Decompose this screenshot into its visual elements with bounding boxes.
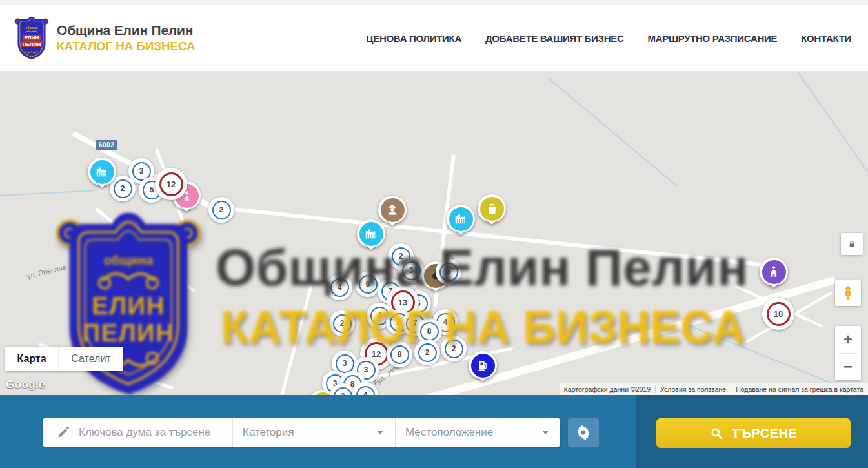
svg-text:ЕЛИН: ЕЛИН [92,292,165,320]
search-bar: Категория Местоположение ТЪРСЕНЕ [0,395,868,468]
category-dropdown-label: Категория [243,426,294,439]
cluster-marker[interactable]: 12 [155,168,187,200]
category-dropdown[interactable]: Категория [232,418,395,447]
nav-item-contacts[interactable]: КОНТАКТИ [801,33,851,44]
cluster-count: 12 [372,349,381,359]
cluster-count: 8 [427,327,432,336]
gear-icon [576,425,591,440]
stream [792,72,867,172]
site-header: община ЕЛИН ПЕЛИН Община Елин Пелин КАТА… [0,5,868,72]
google-logo[interactable]: Google [6,378,45,391]
location-dropdown-label: Местоположение [405,426,493,439]
chevron-down-icon [542,431,549,434]
main-nav: ЦЕНОВА ПОЛИТИКА ДОБАВЕТЕ ВАШИЯТ БИЗНЕС М… [367,33,851,44]
cluster-count: 13 [398,298,407,307]
nav-item-pricing[interactable]: ЦЕНОВА ПОЛИТИКА [367,33,461,44]
attribution-copyright: Картографски данни ©2019 [560,385,655,393]
logo-title: Община Елин Пелин [57,23,196,38]
keyword-search-input[interactable] [79,426,221,439]
page: община ЕЛИН ПЕЛИН Община Елин Пелин КАТА… [0,0,868,468]
svg-text:ЕЛИН: ЕЛИН [25,35,39,41]
pencil-icon [57,426,70,439]
search-button-label: ТЪРСЕНЕ [732,426,798,441]
map-canvas[interactable]: 3251222356475134227482212833383425106002… [0,72,868,395]
cluster-count: 8 [398,350,402,359]
svg-text:община: община [104,253,154,267]
cluster-marker[interactable]: 2 [441,336,467,361]
cluster-marker[interactable]: 5 [436,259,461,285]
cluster-count: 5 [150,185,154,194]
cluster-marker[interactable]: 2 [414,340,440,365]
street-label: ул. Преслав [26,263,67,280]
cluster-marker[interactable]: 4 [327,274,352,300]
cluster-count: 2 [397,318,401,327]
cluster-count: 4 [378,311,382,320]
zoom-in-button[interactable]: + [835,326,861,353]
cluster-count: 3 [343,359,347,368]
nav-item-add-business[interactable]: ДОБАВЕТЕ ВАШИЯТ БИЗНЕС [485,33,623,44]
cluster-count: 2 [219,205,224,214]
site-logo[interactable]: община ЕЛИН ПЕЛИН Община Елин Пелин КАТА… [14,16,196,61]
lock-icon [847,239,857,249]
top-strip [0,0,868,5]
cluster-marker[interactable]: 6 [355,271,381,297]
cluster-count: 2 [121,184,125,193]
fuel-category-pin[interactable] [469,351,497,380]
map-type-map-button[interactable]: Карта [5,347,58,371]
cluster-count: 5 [447,267,451,276]
attribution-report-error-link[interactable]: Подаване на сигнал за грешка в картата [731,385,868,393]
map-type-control: Карта Сателит [5,347,123,371]
map-type-satellite-button[interactable]: Сателит [58,347,123,371]
cluster-count: 4 [363,391,368,395]
cluster-marker[interactable]: 3 [398,258,424,283]
nav-item-transport-schedule[interactable]: МАРШРУТНО РАЗПИСАНИЕ [647,33,777,44]
advanced-search-button[interactable] [568,418,599,447]
factory-category-pin[interactable] [447,205,475,233]
worker-category-pin[interactable] [378,196,407,224]
map-attribution: Картографски данни ©2019 Условия за полз… [560,383,868,395]
zoom-out-button[interactable]: − [835,354,861,381]
cluster-count: 3 [139,167,144,176]
cluster-count: 10 [774,309,783,319]
road-number-badge: 6002 [96,140,117,150]
factory-category-pin[interactable] [357,219,385,248]
cluster-count: 3 [364,365,368,374]
street-view-pegman-button[interactable] [835,280,861,306]
stream [0,190,97,197]
svg-text:ПЕЛИН: ПЕЛИН [83,319,175,347]
cluster-count: 3 [409,266,414,275]
chevron-down-icon [377,431,383,434]
location-dropdown[interactable]: Местоположение [395,418,560,447]
logo-subtitle: КАТАЛОГ НА БИЗНЕСА [57,39,196,54]
svg-text:община: община [25,26,38,30]
municipality-crest-icon: община ЕЛИН ПЕЛИН [14,16,49,61]
search-button[interactable]: ТЪРСЕНЕ [656,418,851,448]
cluster-count: 2 [340,319,345,328]
bag-category-pin[interactable] [478,194,506,223]
cluster-marker[interactable]: 8 [387,341,412,367]
cluster-marker[interactable]: 2 [329,310,355,336]
zoom-control: + − [835,326,861,380]
logo-text: Община Елин Пелин КАТАЛОГ НА БИЗНЕСА [57,23,196,54]
pegman-icon [840,285,856,301]
cluster-marker[interactable]: 10 [762,298,794,330]
road [276,285,313,395]
cluster-marker[interactable]: 2 [208,197,234,223]
cluster-count: 4 [338,283,342,292]
stream [548,77,677,187]
watermark-title: Община Елин Пелин [216,238,749,298]
cluster-count: 2 [452,344,456,353]
attribution-terms-link[interactable]: Условия за ползване [655,385,731,393]
factory-category-pin[interactable] [88,158,116,186]
search-icon [710,427,723,440]
keyword-section [43,418,232,447]
church-category-pin[interactable] [760,258,788,286]
cluster-count: 2 [399,252,403,261]
cluster-count: 4 [443,318,448,327]
lock-button[interactable] [841,233,863,255]
search-input-group: Категория Местоположение [43,418,560,447]
cluster-count: 12 [167,179,176,189]
cluster-count: 6 [366,280,370,289]
cluster-count: 2 [425,348,430,357]
svg-text:ПЕЛИН: ПЕЛИН [23,41,41,47]
